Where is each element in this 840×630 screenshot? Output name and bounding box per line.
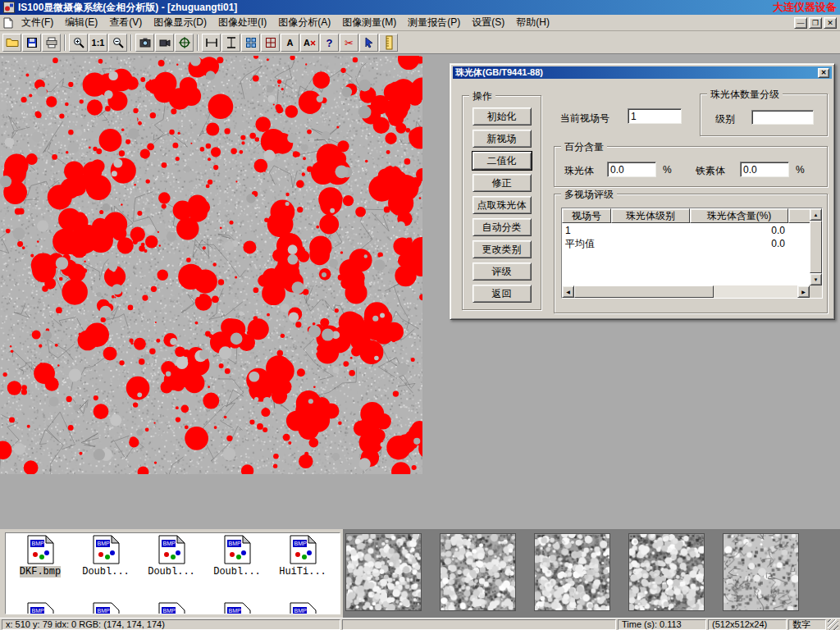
save-button[interactable] [22, 34, 41, 52]
bmp-file-icon: BMP [224, 535, 251, 564]
col-header-field[interactable]: 视场号 [562, 208, 611, 223]
zoom-out-button[interactable] [108, 34, 127, 52]
measure-vertical-button[interactable] [221, 34, 240, 52]
bmp-file-icon: BMP [27, 535, 54, 564]
bottom-panel: BMP DKF.bmp BMP Doubl... BMP Doubl... BM… [0, 529, 840, 618]
thumbnail-canvas[interactable] [628, 533, 705, 611]
minimize-button[interactable]: — [794, 17, 807, 29]
init-button[interactable]: 初始化 [472, 107, 532, 126]
scrollbar-thumb[interactable] [810, 221, 822, 273]
file-item[interactable]: BMP Doubl... [73, 535, 139, 578]
scroll-down-icon[interactable]: ▼ [810, 273, 822, 285]
menu-item-image-measure[interactable]: 图像测量(M) [336, 14, 402, 31]
menu-item-settings[interactable]: 设置(S) [466, 14, 510, 31]
print-button[interactable] [42, 34, 61, 52]
operation-group-label: 操作 [469, 89, 495, 103]
file-item[interactable]: BMP HuiTi... [270, 535, 336, 578]
restore-button[interactable]: ❐ [809, 17, 822, 29]
col-header-ferrite[interactable]: 铁素体含量(%) [788, 208, 810, 223]
file-item[interactable]: BMP [139, 602, 204, 614]
ruler-button[interactable] [379, 34, 398, 52]
scrollbar-thumb[interactable] [574, 285, 714, 298]
new-field-button[interactable]: 新视场 [472, 130, 532, 148]
close-button[interactable]: ✕ [824, 17, 837, 29]
pointer-icon [363, 36, 376, 49]
current-field-input[interactable] [628, 108, 682, 124]
correct-button[interactable]: 修正 [472, 174, 532, 192]
vertical-scrollbar[interactable]: ▲ ▼ [810, 208, 822, 285]
table-row[interactable]: 平均值 0.0 [562, 237, 810, 250]
grade-input[interactable] [751, 110, 814, 125]
menu-item-edit[interactable]: 编辑(E) [59, 14, 103, 31]
change-class-button[interactable]: 更改类别 [472, 240, 532, 258]
cut-analysis-button[interactable]: ✂ [340, 34, 358, 52]
help-button[interactable]: ? [320, 34, 339, 52]
file-item[interactable]: BMP [204, 602, 270, 614]
scrollbar-track[interactable] [714, 285, 797, 298]
zoom-in-button[interactable] [69, 34, 88, 52]
measure-horizontal-button[interactable] [202, 34, 221, 52]
svg-text:BMP: BMP [31, 608, 44, 614]
menu-item-file[interactable]: 文件(F) [16, 14, 59, 31]
dialog-title: 珠光体(GB/T9441-88) [455, 66, 543, 79]
menu-item-image-analysis[interactable]: 图像分析(A) [272, 14, 336, 31]
micrograph-canvas[interactable] [0, 56, 422, 474]
file-item[interactable]: BMP DKF.bmp [7, 535, 73, 578]
text-annotate-button[interactable]: A [281, 34, 299, 52]
scroll-left-icon[interactable]: ◀ [562, 285, 574, 298]
target-button[interactable] [175, 34, 194, 52]
cell-grade [611, 237, 690, 250]
menu-item-measure-report[interactable]: 测量报告(P) [402, 14, 466, 31]
cell-field: 1 [562, 224, 611, 237]
auto-classify-button[interactable]: 自动分类 [472, 218, 532, 236]
grid-icon [244, 36, 258, 49]
capture-button[interactable] [135, 34, 154, 52]
svg-text:BMP: BMP [97, 608, 110, 614]
col-header-grade[interactable]: 珠光体级别 [611, 208, 690, 223]
menu-item-image-process[interactable]: 图像处理(I) [212, 14, 272, 31]
pearlite-percent-input[interactable] [607, 162, 656, 177]
text-tool-icon: A [287, 38, 294, 48]
menu-item-image-display[interactable]: 图像显示(D) [148, 14, 212, 31]
watermark-text: 大连仪器设备 [773, 0, 837, 15]
text-delete-button[interactable]: A [300, 34, 319, 52]
video-button[interactable] [155, 34, 174, 52]
actual-size-button[interactable]: 1:1 [89, 34, 107, 52]
thumbnail-canvas[interactable] [534, 533, 610, 611]
scroll-up-icon[interactable]: ▲ [810, 208, 822, 221]
tile-grid-button[interactable] [241, 34, 260, 52]
file-item[interactable]: BMP [7, 602, 73, 614]
text-edit-tool-icon: A [304, 38, 310, 48]
dialog-close-button[interactable]: ✕ [818, 68, 829, 78]
thumbnail-canvas[interactable] [345, 533, 422, 611]
open-button[interactable] [2, 34, 21, 52]
resize-grip[interactable] [828, 619, 838, 630]
frame-button[interactable] [261, 34, 280, 52]
table-body: 1 0.0 平均值 0.0 [562, 223, 810, 285]
percent-group: 百分含量 珠光体 % 铁素体 % [554, 146, 828, 187]
menu-item-help[interactable]: 帮助(H) [510, 14, 555, 31]
file-item[interactable]: BMP Doubl... [204, 535, 270, 578]
binarize-button[interactable]: 二值化 [472, 152, 532, 170]
file-item[interactable]: BMP [270, 602, 336, 614]
col-header-content[interactable]: 珠光体含量(%) [690, 208, 788, 223]
pick-pearlite-button[interactable]: 点取珠光体 [472, 196, 532, 214]
ferrite-percent-input[interactable] [740, 162, 789, 177]
thumbnail-canvas[interactable] [440, 533, 516, 611]
table-row[interactable]: 1 0.0 [562, 224, 810, 237]
return-button[interactable]: 返回 [472, 285, 532, 303]
menu-item-view[interactable]: 查看(V) [103, 14, 148, 31]
file-item[interactable]: BMP Doubl... [139, 535, 204, 578]
scroll-right-icon[interactable]: ▶ [797, 285, 810, 298]
horizontal-scrollbar[interactable]: ◀ ▶ [562, 285, 810, 298]
zoom-out-icon [112, 36, 125, 49]
percent-group-label: 百分含量 [561, 140, 607, 154]
file-item[interactable]: BMP [73, 602, 139, 614]
bmp-file-icon: BMP [224, 602, 251, 614]
dialog-title-bar[interactable]: 珠光体(GB/T9441-88) ✕ [453, 66, 832, 79]
picker-button[interactable] [359, 34, 378, 52]
status-position: x: 510 y: 79 idx: 0 RGB: (174, 174, 174) [2, 619, 340, 630]
grade-button[interactable]: 评级 [472, 262, 532, 281]
thumbnail-canvas[interactable] [723, 533, 799, 611]
actual-size-icon: 1:1 [92, 38, 105, 48]
